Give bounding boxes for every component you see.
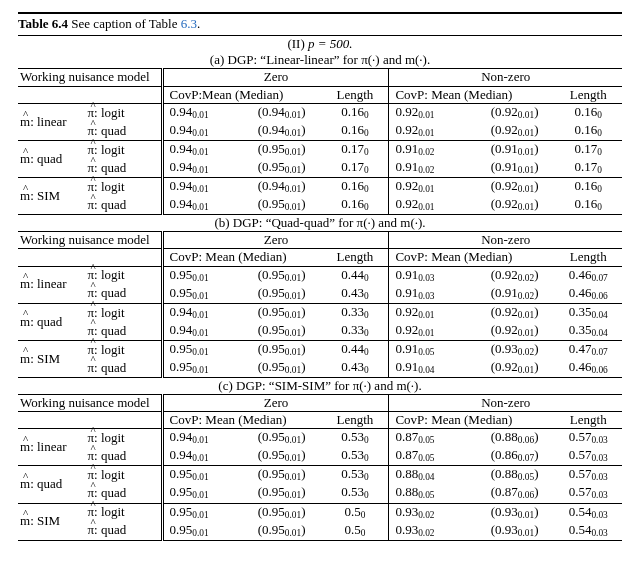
value: 0.33: [341, 322, 364, 337]
table-row: π: quad0.940.01(0.950.01)0.3300.920.01(0…: [18, 322, 622, 341]
value: 0.94: [170, 178, 193, 193]
subscript: 0.01: [285, 291, 301, 301]
subscript: 0.01: [285, 273, 301, 283]
value: 0.92: [395, 304, 418, 319]
value: (0.95: [258, 359, 285, 374]
subscript: 0.01: [192, 528, 208, 538]
subscript: 0.01: [285, 528, 301, 538]
value: (0.86: [491, 447, 518, 462]
value: (0.95: [258, 484, 285, 499]
value: (0.91: [491, 141, 518, 156]
value: 0.95: [170, 341, 193, 356]
subscript: 0.05: [518, 473, 534, 483]
value: (0.95: [258, 304, 285, 319]
table-row: π: quad0.950.01(0.950.01)0.5300.880.05(0…: [18, 484, 622, 503]
header-wnm: Working nuisance model: [18, 232, 162, 249]
value: 0.16: [341, 104, 364, 119]
table-number: Table 6.4: [18, 16, 68, 31]
table-ref-link[interactable]: 6.3: [181, 16, 197, 31]
subscript: 0.02: [518, 291, 534, 301]
subscript: 0.01: [418, 128, 434, 138]
subscript: 0.01: [518, 310, 534, 320]
value: 0.95: [170, 484, 193, 499]
pi-label: π: quad: [85, 122, 162, 141]
header-length-zero: Length: [321, 86, 388, 103]
value: (0.93: [491, 504, 518, 519]
value: 0.47: [569, 341, 592, 356]
value: 0.5: [344, 522, 360, 537]
value: 0.95: [170, 359, 193, 374]
subscript: 0.01: [285, 310, 301, 320]
pi-label: π: logit: [85, 103, 162, 122]
subscript: 0.03: [591, 454, 607, 464]
header-nonzero: Non-zero: [389, 69, 622, 86]
value: 0.94: [170, 429, 193, 444]
subscript: 0.01: [285, 147, 301, 157]
subscript: 0.06: [518, 436, 534, 446]
value: (0.92: [491, 104, 518, 119]
subscript: 0: [361, 528, 366, 538]
subscript: 0: [364, 147, 369, 157]
subscript: 0.01: [192, 128, 208, 138]
p-header: (II) p = 500.: [18, 36, 622, 52]
subscript: 0: [364, 454, 369, 464]
value: (0.95: [258, 267, 285, 282]
pi-label: π: logit: [85, 340, 162, 359]
value: 0.92: [395, 178, 418, 193]
value: 0.44: [341, 341, 364, 356]
value: (0.95: [258, 504, 285, 519]
value: 0.95: [170, 466, 193, 481]
value: 0.16: [341, 196, 364, 211]
value: 0.92: [395, 196, 418, 211]
value: (0.94: [258, 104, 285, 119]
subscript: 0: [597, 184, 602, 194]
table-row: m: SIMπ: logit0.950.01(0.950.01)0.500.93…: [18, 503, 622, 522]
table-row: m: linearπ: logit0.940.01(0.950.01)0.530…: [18, 429, 622, 448]
pi-hat-icon: π: [87, 197, 94, 212]
subscript: 0: [597, 110, 602, 120]
table-row: π: quad0.950.01(0.950.01)0.4300.910.04(0…: [18, 359, 622, 378]
subscript: 0.01: [192, 328, 208, 338]
value: 0.94: [170, 159, 193, 174]
value: 0.17: [575, 159, 598, 174]
value: (0.91: [491, 159, 518, 174]
subscript: 0.01: [518, 165, 534, 175]
subscript: 0: [364, 291, 369, 301]
subscript: 0: [364, 184, 369, 194]
value: 0.94: [170, 196, 193, 211]
subscript: 0: [364, 310, 369, 320]
m-label: m: quad: [18, 140, 85, 177]
value: (0.92: [491, 267, 518, 282]
pi-label: π: logit: [85, 140, 162, 159]
header-nonzero: Non-zero: [389, 232, 622, 249]
header-covp-zero: CovP: Mean (Median): [162, 412, 321, 429]
subscript: 0.01: [192, 165, 208, 175]
value: 0.92: [395, 104, 418, 119]
subscript: 0.01: [285, 365, 301, 375]
value: 0.91: [395, 267, 418, 282]
value: 0.91: [395, 141, 418, 156]
value: 0.16: [575, 122, 598, 137]
table-title: Table 6.4 See caption of Table 6.3.: [18, 12, 622, 36]
subscript: 0.01: [192, 310, 208, 320]
value: 0.54: [569, 522, 592, 537]
subscript: 0: [597, 128, 602, 138]
subscript: 0: [364, 436, 369, 446]
subscript: 0.01: [285, 184, 301, 194]
table-row: m: linearπ: logit0.940.01(0.940.01)0.160…: [18, 103, 622, 122]
subscript: 0.01: [192, 510, 208, 520]
value: 0.91: [395, 285, 418, 300]
subscript: 0.05: [418, 436, 434, 446]
value: (0.95: [258, 341, 285, 356]
value: 0.57: [569, 429, 592, 444]
header-zero: Zero: [162, 69, 389, 86]
pi-label: π: logit: [85, 303, 162, 322]
subscript: 0: [364, 273, 369, 283]
subscript: 0.01: [192, 491, 208, 501]
pi-label: π: quad: [85, 159, 162, 178]
pi-label: π: quad: [85, 522, 162, 541]
subscript: 0.05: [418, 491, 434, 501]
subscript: 0.01: [285, 128, 301, 138]
pi-label: π: quad: [85, 447, 162, 466]
subscript: 0.03: [591, 510, 607, 520]
